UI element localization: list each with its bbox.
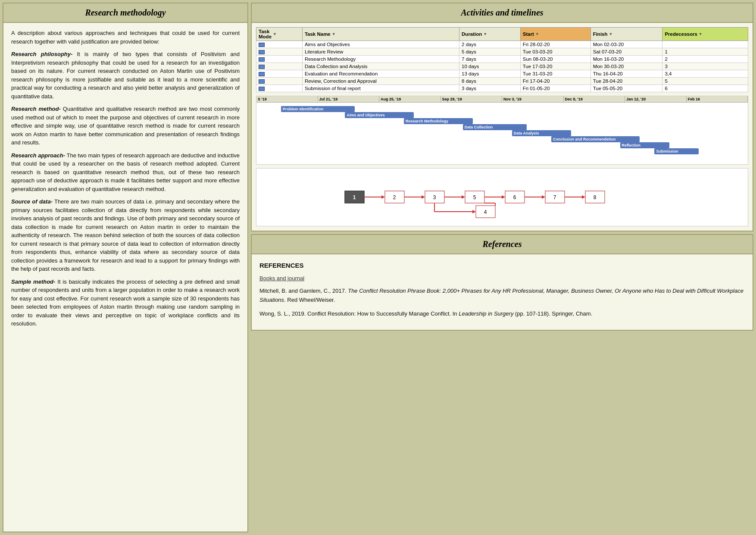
right-panel: Activities and timelines Task Mode ▼ Tas…	[251, 3, 753, 532]
task-duration-cell: 2 days	[459, 41, 521, 48]
task-finish-cell: Sat 07-03-20	[590, 48, 662, 56]
col-predecessors: Predecessors ▼	[662, 28, 748, 41]
task-duration-cell: 3 days	[459, 85, 521, 92]
books-journals-label: Books and journal	[259, 274, 304, 283]
tl-cell-2: Aug 25, '19	[379, 96, 441, 102]
task-mode-cell	[256, 85, 303, 92]
gantt-bar-7: Submission	[654, 148, 699, 154]
left-content: A description about various approaches a…	[3, 23, 247, 338]
references-section: References REFERENCES Books and journal …	[251, 234, 753, 331]
task-mode-icon	[259, 57, 265, 62]
arrow-1-2-head	[381, 195, 385, 199]
task-start-cell: Tue 31-03-20	[520, 70, 590, 78]
gantt-bar-3: Data Collection	[463, 124, 527, 130]
task-start-cell: Fri 28-02-20	[520, 41, 590, 48]
network-svg: 1 2 3	[256, 169, 748, 225]
left-section-2-title: Research approach-	[11, 152, 65, 159]
left-section-1-title: Research method-	[11, 106, 61, 112]
gantt-body: Problem IdentificationAims and Objective…	[256, 103, 748, 159]
tl-cell-0: S '19	[256, 96, 318, 102]
tl-cell-5: Dec 8, '19	[564, 96, 625, 102]
node-6-label: 6	[513, 194, 516, 200]
task-mode-icon	[259, 79, 265, 84]
task-start-cell: Tue 17-03-20	[520, 63, 590, 70]
ref-2-normal-2: (pp. 107-118). Springer, Cham.	[513, 310, 592, 317]
network-diagram: 1 2 3	[256, 168, 748, 226]
references-content: REFERENCES Books and journal Mitchell, B…	[252, 254, 753, 330]
tl-cell-1: Jul 21, '19	[318, 96, 380, 102]
task-pred-cell: 5	[662, 78, 748, 85]
gantt-bar-2: Research Methodology	[404, 118, 473, 124]
table-row: Aims and Objectives2 daysFri 28-02-20Mon…	[256, 41, 748, 48]
arrow-2-3-head	[422, 195, 425, 199]
left-section-3: Source of data- There are two main sourc…	[11, 197, 240, 273]
left-section-3-title: Source of data-	[11, 198, 53, 205]
activities-content: Task Mode ▼ Task Name ▼ Duration ▼ Start…	[252, 23, 753, 231]
tl-cell-7: Feb 16	[687, 96, 748, 102]
col-task-name: Task Name ▼	[302, 28, 459, 41]
table-row: Data Collection and Analysis10 daysTue 1…	[256, 63, 748, 70]
gantt-timeline-header: S '19 Jul 21, '19 Aug 25, '19 Sep 29, '1…	[256, 96, 748, 103]
left-panel: Research methodology A description about…	[3, 3, 248, 532]
task-mode-cell	[256, 48, 303, 56]
reference-1: Mitchell, B. and Gamlem, C., 2017. The C…	[259, 287, 745, 305]
task-mode-cell	[256, 63, 303, 70]
task-mode-icon	[259, 43, 265, 47]
node-8-label: 8	[594, 194, 597, 200]
task-mode-cell	[256, 78, 303, 85]
left-section-3-body: There are two main sources of data i.e. …	[11, 198, 240, 272]
ref-2-italic: Leadership in Surgery	[459, 310, 513, 317]
node-7-label: 7	[553, 194, 556, 200]
references-header: References	[252, 235, 753, 254]
left-intro: A description about various approaches a…	[11, 29, 240, 46]
task-name-cell: Research Methodology	[302, 56, 459, 63]
task-pred-cell: 1	[662, 48, 748, 56]
left-title: Research methodology	[5, 8, 246, 18]
task-pred-cell	[662, 41, 748, 48]
task-pred-cell: 3,4	[662, 70, 748, 78]
node-2-label: 2	[393, 194, 396, 200]
ref-1-normal-2: . Red Wheel/Weiser.	[284, 297, 335, 303]
task-duration-cell: 10 days	[459, 63, 521, 70]
task-name-cell: Evaluation and Recommendation	[302, 70, 459, 78]
references-title: References	[253, 239, 751, 249]
ref-2-normal-1: Wong, S. L., 2019. Conflict Resolution: …	[259, 310, 459, 317]
reference-2: Wong, S. L., 2019. Conflict Resolution: …	[259, 310, 745, 319]
gantt-bar-5: Conclusion and Recommendetion	[551, 136, 640, 142]
gantt-bar-4: Data Analysis	[512, 130, 571, 136]
arrow-6-7-head	[542, 195, 545, 199]
task-finish-cell: Tue 28-04-20	[590, 78, 662, 85]
task-start-cell: Tue 03-03-20	[520, 48, 590, 56]
task-name-cell: Data Collection and Analysis	[302, 63, 459, 70]
task-mode-icon	[259, 87, 265, 91]
table-row: Submission of final report3 daysFri 01-0…	[256, 85, 748, 92]
task-finish-cell: Tue 05-05-20	[590, 85, 662, 92]
task-name-cell: Submission of final report	[302, 85, 459, 92]
task-duration-cell: 13 days	[459, 70, 521, 78]
task-name-cell: Literature Review	[302, 48, 459, 56]
table-row: Literature Review5 daysTue 03-03-20Sat 0…	[256, 48, 748, 56]
col-finish: Finish ▼	[590, 28, 662, 41]
node-1-label: 1	[353, 194, 356, 200]
task-pred-cell: 3	[662, 63, 748, 70]
activities-header: Activities and timelines	[252, 3, 753, 23]
arrow-3-5-head	[462, 195, 465, 199]
task-duration-cell: 5 days	[459, 48, 521, 56]
task-finish-cell: Mon 30-03-20	[590, 63, 662, 70]
task-start-cell: Sun 08-03-20	[520, 56, 590, 63]
main-container: Research methodology A description about…	[0, 0, 756, 535]
arrow-7-8-head	[582, 195, 585, 199]
task-finish-cell: Mon 16-03-20	[590, 56, 662, 63]
left-section-4-title: Sample method-	[11, 278, 55, 285]
node-5-label: 5	[473, 194, 476, 200]
task-duration-cell: 7 days	[459, 56, 521, 63]
task-start-cell: Fri 17-04-20	[520, 78, 590, 85]
col-task-mode: Task Mode ▼	[256, 28, 303, 41]
task-mode-cell	[256, 41, 303, 48]
task-name-cell: Aims and Objectives	[302, 41, 459, 48]
left-section-0-body: It is mainly of two types that consists …	[11, 51, 240, 100]
tl-cell-3: Sep 29, '19	[441, 96, 503, 102]
task-mode-icon	[259, 72, 265, 76]
gantt-chart: S '19 Jul 21, '19 Aug 25, '19 Sep 29, '1…	[256, 96, 748, 165]
table-row: Evaluation and Recommendation13 daysTue …	[256, 70, 748, 78]
